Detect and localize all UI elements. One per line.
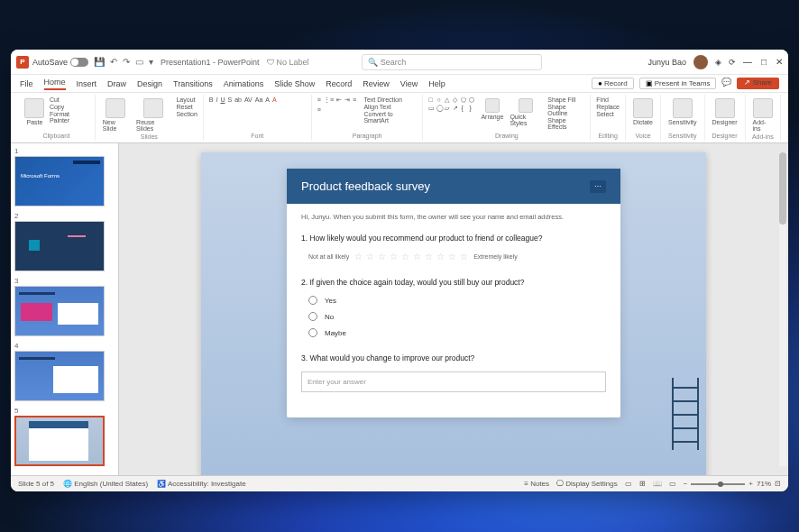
slideshow-icon[interactable]: ▭: [135, 57, 143, 67]
tab-draw[interactable]: Draw: [107, 79, 126, 88]
undo-icon[interactable]: ↶: [110, 57, 117, 67]
slideshow-view-button[interactable]: ▭: [669, 480, 676, 488]
display-settings-button[interactable]: 🖵 Display Settings: [556, 480, 618, 488]
strike-button[interactable]: S: [228, 96, 233, 103]
align-left-button[interactable]: ≡: [353, 96, 356, 104]
shape-outline-button[interactable]: Shape Outline: [547, 104, 584, 116]
reading-view-button[interactable]: 📖: [653, 480, 662, 488]
italic-button[interactable]: I: [216, 96, 217, 103]
star-icon[interactable]: ☆: [460, 252, 468, 261]
smartart-button[interactable]: Convert to SmartArt: [363, 111, 417, 124]
radio-yes[interactable]: Yes: [308, 296, 606, 305]
star-icon[interactable]: ☆: [366, 252, 374, 261]
tab-transitions[interactable]: Transitions: [173, 79, 213, 88]
radio-maybe[interactable]: Maybe: [308, 328, 606, 337]
thumbnail-5[interactable]: 5: [14, 407, 115, 466]
language-selector[interactable]: 🌐 English (United States): [63, 480, 148, 488]
zoom-out-button[interactable]: −: [684, 480, 688, 488]
redo-icon[interactable]: ↷: [123, 57, 130, 67]
case-button[interactable]: Aa: [255, 96, 263, 103]
comments-icon[interactable]: 💬: [721, 78, 731, 89]
answer-input[interactable]: Enter your answer: [301, 371, 606, 392]
username[interactable]: Junyu Bao: [647, 58, 686, 67]
sensitivity-button[interactable]: Sensitivity: [666, 96, 699, 127]
fit-button[interactable]: ⊡: [775, 480, 781, 488]
addins-button[interactable]: Add-ins: [751, 96, 775, 133]
star-rating[interactable]: ☆☆☆☆☆☆☆☆☆☆: [354, 252, 468, 261]
copy-button[interactable]: Copy: [50, 104, 89, 110]
zoom-level[interactable]: 71%: [757, 480, 771, 488]
avatar[interactable]: [693, 55, 708, 69]
current-slide[interactable]: Product feedback survey ⋯ Hi, Junyu. Whe…: [201, 152, 706, 475]
star-icon[interactable]: ☆: [413, 252, 421, 261]
star-icon[interactable]: ☆: [378, 252, 386, 261]
align-text-button[interactable]: Align Text: [363, 104, 417, 110]
toggle-switch[interactable]: [70, 58, 88, 67]
format-painter-button[interactable]: Format Painter: [50, 111, 89, 124]
minimize-button[interactable]: —: [743, 57, 752, 67]
maximize-button[interactable]: □: [761, 57, 767, 67]
tab-design[interactable]: Design: [137, 79, 162, 88]
sensitivity-label[interactable]: 🛡 No Label: [267, 58, 309, 67]
star-icon[interactable]: ☆: [390, 252, 398, 261]
radio-no[interactable]: No: [308, 312, 606, 321]
tab-record[interactable]: Record: [326, 79, 352, 88]
accessibility-checker[interactable]: ♿ Accessibility: Investigate: [157, 480, 245, 488]
tab-home[interactable]: Home: [44, 78, 66, 90]
align-center-button[interactable]: ≡: [317, 106, 321, 113]
thumbnail-1[interactable]: 1 Microsoft Forms: [14, 147, 115, 206]
slide-counter[interactable]: Slide 5 of 5: [18, 480, 54, 488]
slide-canvas[interactable]: Product feedback survey ⋯ Hi, Junyu. Whe…: [119, 143, 788, 475]
layout-button[interactable]: Layout: [176, 96, 197, 103]
font-color-button[interactable]: A: [272, 96, 277, 103]
new-slide-button[interactable]: New Slide: [101, 96, 131, 133]
indent-inc-button[interactable]: ⇥: [344, 96, 350, 104]
thumbnail-2[interactable]: 2: [14, 212, 115, 271]
bullets-button[interactable]: ≡: [317, 96, 321, 104]
indent-dec-button[interactable]: ⇤: [336, 96, 342, 104]
find-button[interactable]: Find: [596, 96, 620, 103]
record-button[interactable]: ● Record: [592, 78, 634, 89]
tab-review[interactable]: Review: [363, 79, 390, 88]
reuse-slides-button[interactable]: Reuse Slides: [134, 96, 172, 133]
cut-button[interactable]: Cut: [50, 96, 89, 103]
tab-slideshow[interactable]: Slide Show: [274, 79, 315, 88]
tab-view[interactable]: View: [400, 79, 418, 88]
underline-button[interactable]: U: [220, 96, 225, 103]
star-icon[interactable]: ☆: [354, 252, 363, 261]
bold-button[interactable]: B: [209, 96, 214, 103]
search-input[interactable]: 🔍 Search: [362, 54, 542, 70]
arrange-button[interactable]: Arrange: [480, 96, 504, 122]
close-button[interactable]: ✕: [776, 57, 783, 67]
save-icon[interactable]: 💾: [94, 57, 105, 67]
paste-button[interactable]: Paste: [23, 96, 46, 127]
select-button[interactable]: Select: [596, 111, 620, 117]
form-menu-button[interactable]: ⋯: [590, 180, 606, 193]
forms-survey-card[interactable]: Product feedback survey ⋯ Hi, Junyu. Whe…: [287, 169, 620, 417]
thumbnail-3[interactable]: 3: [14, 277, 115, 336]
present-teams-button[interactable]: ▣ Present in Teams: [639, 78, 717, 89]
clear-button[interactable]: A: [265, 96, 270, 103]
sync-icon[interactable]: ⟳: [729, 58, 736, 67]
star-icon[interactable]: ☆: [448, 252, 456, 261]
star-icon[interactable]: ☆: [425, 252, 433, 261]
spacing-button[interactable]: AV: [244, 96, 253, 103]
zoom-in-button[interactable]: +: [748, 480, 753, 488]
shape-effects-button[interactable]: Shape Effects: [547, 117, 584, 130]
diamond-icon[interactable]: ◈: [715, 58, 721, 67]
tab-help[interactable]: Help: [428, 79, 445, 88]
slide-thumbnails[interactable]: 1 Microsoft Forms 2 3 4 5: [11, 143, 119, 475]
quick-styles-button[interactable]: Quick Styles: [508, 96, 544, 128]
normal-view-button[interactable]: ▭: [625, 480, 632, 488]
numbering-button[interactable]: ⋮≡: [324, 96, 334, 104]
reset-button[interactable]: Reset: [176, 104, 197, 110]
replace-button[interactable]: Replace: [596, 104, 620, 110]
zoom-controls[interactable]: − + 71% ⊡: [684, 480, 781, 488]
star-icon[interactable]: ☆: [401, 252, 409, 261]
sorter-view-button[interactable]: ⊞: [639, 480, 646, 488]
tab-file[interactable]: File: [20, 79, 33, 88]
shape-fill-button[interactable]: Shape Fill: [547, 96, 584, 103]
dictate-button[interactable]: Dictate: [631, 96, 655, 127]
shadow-button[interactable]: ab: [234, 96, 242, 103]
zoom-slider[interactable]: [691, 483, 745, 485]
